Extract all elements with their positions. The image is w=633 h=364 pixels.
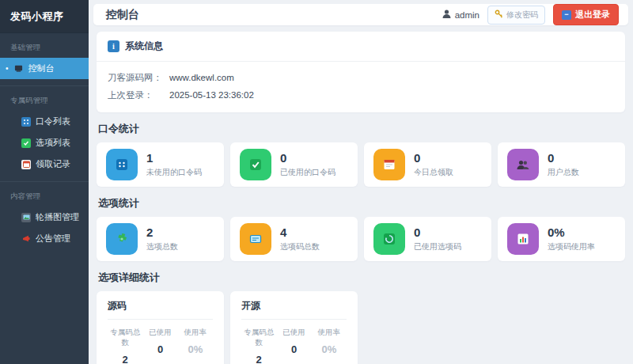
- sidebar-item-console[interactable]: • 控制台: [0, 58, 89, 79]
- password-stats-row: 1 未使用的口令码 0 已使用的口令码 0 今日总领取: [97, 142, 625, 187]
- sidebar-item-label: 公告管理: [36, 233, 70, 245]
- col-value: 2: [108, 354, 142, 364]
- stat-card-today-claims: 0 今日总领取: [364, 142, 491, 187]
- stat-label: 选项码总数: [280, 241, 320, 252]
- stat-card-option-total: 2 选项总数: [97, 217, 224, 261]
- change-password-button[interactable]: 修改密码: [487, 6, 545, 25]
- card-icon: [240, 223, 271, 255]
- stat-label: 已使用的口令码: [280, 167, 335, 178]
- sidebar-section-codes: 专属码管理: [0, 86, 89, 111]
- stat-card-option-codes-used: 0 已使用选项码: [364, 217, 491, 261]
- detail-col-used: 已使用 0: [276, 328, 311, 364]
- user-chip[interactable]: admin: [442, 9, 479, 21]
- username: admin: [455, 10, 479, 20]
- stat-label: 未使用的口令码: [146, 167, 202, 178]
- keypad-icon: [21, 117, 31, 127]
- col-value: 0%: [312, 343, 347, 355]
- stat-card-option-usage-rate: 0% 选项码使用率: [498, 217, 625, 261]
- col-value: 0: [276, 343, 311, 355]
- sidebar-item-password-list[interactable]: 口令列表: [0, 111, 89, 132]
- users-icon: [507, 149, 539, 180]
- stat-label: 用户总数: [548, 167, 579, 178]
- check-icon: [21, 138, 31, 148]
- detail-col-rate: 使用率 0%: [178, 328, 213, 364]
- detail-card-name: 源码: [108, 299, 213, 320]
- content: i 系统信息 刀客源码网： www.dkewl.com 上次登录： 2025-0…: [93, 25, 628, 364]
- stat-label: 已使用选项码: [414, 241, 461, 252]
- option-stats-row: 2 选项总数 4 选项码总数 0 已使用选项码: [97, 217, 625, 261]
- detail-col-total: 专属码总数 2: [241, 328, 276, 364]
- sidebar-item-claim-records[interactable]: 领取记录: [0, 154, 89, 175]
- option-stats-title: 选项统计: [98, 196, 624, 210]
- detail-card-name: 开源: [241, 299, 347, 320]
- stat-card-used-passwords: 0 已使用的口令码: [230, 142, 358, 187]
- user-icon: [442, 9, 452, 21]
- stat-card-unused-passwords: 1 未使用的口令码: [97, 142, 224, 187]
- option-detail-row: 源码 专属码总数 2 已使用 0 使用率 0%: [97, 291, 625, 364]
- calendar-icon: [21, 160, 31, 169]
- console-icon: [14, 64, 24, 74]
- site-label: 刀客源码网：: [108, 69, 169, 86]
- sidebar-item-announcement-mgmt[interactable]: 公告管理: [0, 228, 89, 249]
- col-header: 已使用: [276, 328, 311, 338]
- sidebar-section-content: 内容管理: [0, 182, 89, 207]
- bar-chart-icon: [507, 223, 539, 255]
- system-info-row-last-login: 上次登录： 2025-05-13 23:36:02: [108, 86, 614, 104]
- sidebar: 发码小程序 基础管理 • 控制台 专属码管理 口令列表 选项列表 领取记录 内容…: [0, 0, 89, 364]
- megaphone-icon: [21, 234, 31, 244]
- stat-value: 0%: [548, 226, 595, 239]
- system-info-card: i 系统信息 刀客源码网： www.dkewl.com 上次登录： 2025-0…: [97, 32, 625, 112]
- col-header: 使用率: [178, 328, 213, 338]
- sidebar-item-banner-mgmt[interactable]: 轮播图管理: [0, 207, 89, 228]
- password-stats-title: 口令统计: [98, 122, 624, 136]
- sidebar-item-option-list[interactable]: 选项列表: [0, 132, 89, 154]
- stat-label: 选项码使用率: [548, 241, 595, 252]
- system-info-row-site: 刀客源码网： www.dkewl.com: [108, 69, 614, 86]
- sidebar-item-label: 轮播图管理: [36, 211, 79, 223]
- last-login-value: 2025-05-13 23:36:02: [169, 86, 254, 104]
- calendar-icon: [373, 149, 405, 180]
- site-value: www.dkewl.com: [169, 69, 234, 86]
- detail-col-total: 专属码总数 2: [108, 328, 142, 364]
- main-area: 控制台 admin 修改密码 − 退出登录 i: [89, 0, 633, 364]
- stat-label: 选项总数: [146, 241, 178, 252]
- col-value: 0: [142, 343, 177, 355]
- last-login-label: 上次登录：: [108, 86, 169, 104]
- topbar: 控制台 admin 修改密码 − 退出登录: [93, 4, 628, 25]
- detail-col-used: 已使用 0: [142, 328, 177, 364]
- stat-value: 0: [548, 151, 579, 165]
- stat-value: 0: [414, 151, 453, 165]
- sidebar-item-label: 领取记录: [36, 158, 70, 170]
- stat-card-option-codes-total: 4 选项码总数: [230, 217, 358, 261]
- col-value: 2: [241, 354, 276, 364]
- logout-icon: −: [562, 10, 571, 20]
- stat-value: 1: [146, 151, 202, 165]
- logout-label: 退出登录: [575, 9, 610, 21]
- option-detail-title: 选项详细统计: [98, 271, 624, 285]
- sidebar-item-label: 选项列表: [36, 137, 70, 149]
- refresh-icon: [373, 223, 405, 255]
- app-title: 发码小程序: [0, 0, 89, 33]
- system-info-title: 系统信息: [125, 40, 163, 53]
- sidebar-item-label: 口令列表: [36, 116, 70, 127]
- col-header: 使用率: [312, 328, 347, 338]
- puzzle-icon: [106, 223, 138, 255]
- check-square-icon: [240, 149, 271, 180]
- col-value: 0%: [178, 343, 213, 355]
- stat-value: 2: [146, 226, 178, 239]
- keypad-icon: [106, 149, 138, 180]
- detail-card-open-source: 开源 专属码总数 2 已使用 0 使用率 0%: [230, 291, 358, 364]
- stat-card-total-users: 0 用户总数: [498, 142, 625, 187]
- info-icon: i: [108, 40, 119, 52]
- stat-value: 4: [280, 226, 320, 239]
- change-password-label: 修改密码: [506, 9, 538, 21]
- col-header: 专属码总数: [108, 328, 142, 348]
- col-header: 专属码总数: [241, 328, 276, 348]
- sidebar-item-label: 控制台: [28, 63, 55, 74]
- stat-label: 今日总领取: [414, 167, 453, 178]
- key-icon: [495, 9, 503, 20]
- detail-col-rate: 使用率 0%: [312, 328, 347, 364]
- logout-button[interactable]: − 退出登录: [553, 4, 619, 25]
- stat-value: 0: [414, 226, 461, 239]
- col-header: 已使用: [142, 328, 177, 338]
